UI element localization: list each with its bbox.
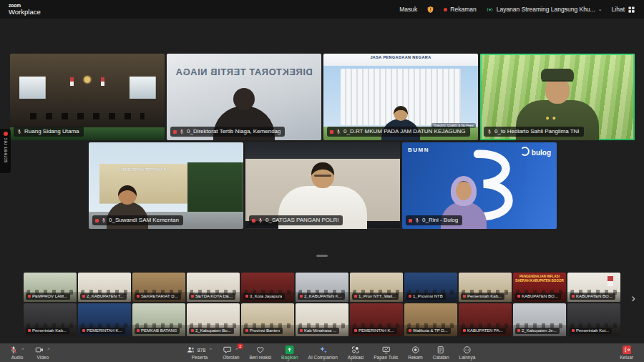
participant-label: PEMPROV LAM...	[26, 293, 70, 300]
participant-name: Provinsi Banten	[250, 328, 280, 333]
participant-label: KABUPATEN BO...	[570, 293, 615, 300]
participant-name: 0_Rini - Bulog	[422, 217, 458, 224]
video-tile-kabupaten-bo[interactable]: PENGENDALIAN INFLASI DAERAH KABUPATEN BO…	[513, 273, 566, 302]
video-tile-kabupaten-pa[interactable]: KABUPATEN PA...	[459, 303, 512, 336]
video-tile-pemerintah-k[interactable]: PEMERINTAH K...	[350, 303, 403, 336]
wall-text: DIREKTORAT TERTIB NIAGA	[170, 67, 318, 77]
control-bar: ⌃Audio⌃Video 878⌃Peserta2⌃ObrolanBeri re…	[0, 343, 644, 362]
video-tile-0-suwandi-sam-kementan[interactable]: KEMENTERIAN PERTANIAN R.I0_Suwandi SAM K…	[89, 142, 243, 229]
bulog-logo: bulog	[520, 147, 551, 157]
participant-name: Pemerintah Kot...	[576, 328, 609, 333]
video-tile-pemerintah-kab[interactable]: Pemerintah Kab...	[459, 273, 512, 302]
video-tile-walikota-tp-d[interactable]: Walikota & TP D...	[404, 303, 457, 336]
bumn-logo: BUMN	[408, 147, 429, 153]
record-icon	[95, 219, 99, 222]
notes-icon	[436, 346, 445, 354]
mic-muted-icon	[258, 217, 263, 223]
mic-muted-icon	[101, 217, 107, 223]
stream-icon	[486, 6, 494, 14]
control-label: Rekam	[408, 356, 423, 361]
video-tile-3-kota-jayapura[interactable]: 3_Kota Jayapura	[241, 273, 294, 302]
video-button[interactable]: ⌃Video	[30, 343, 56, 362]
video-tile-2-kabupaten-je[interactable]: 2_Kabupaten Je...	[513, 303, 566, 336]
video-tile-provinsi-banten[interactable]: Provinsi Banten	[241, 303, 294, 336]
participant-name: Ruang Sidang Utama	[24, 128, 79, 135]
papan-tulis-button[interactable]: Papan Tulis	[369, 343, 403, 362]
video-tile-2-kabupaten-k[interactable]: 2_KABUPATEN K...	[296, 273, 348, 302]
record-icon	[463, 295, 466, 298]
participant-label: KABUPATEN PA...	[461, 328, 506, 334]
keluar-button[interactable]: Keluar	[615, 343, 638, 362]
video-tile-1-prov-ntt-wali[interactable]: 1_Prov NTT_Wali...	[350, 273, 403, 302]
obrolan-button[interactable]: 2⌃Obrolan	[218, 343, 244, 362]
control-label: Beri reaksi	[249, 356, 271, 361]
mic-muted-icon	[9, 346, 18, 354]
gallery-divider-handle[interactable]	[316, 255, 328, 257]
participant-name: 2_KABUPATEN K...	[304, 294, 342, 299]
rekam-button[interactable]: Rekam	[403, 343, 428, 362]
mic-muted-icon	[179, 129, 185, 134]
video-tile-kab-minahasa[interactable]: Kab Minahasa ...	[296, 303, 348, 336]
participant-name: PEMPROV LAM...	[32, 294, 67, 299]
audio-button[interactable]: ⌃Audio	[4, 343, 30, 362]
aplikasi-button[interactable]: Aplikasi	[343, 343, 369, 362]
video-tile-setda-kota-de[interactable]: SETDA KOTA DE...	[187, 273, 240, 302]
video-tile-0-d-rt-mkum-pada-jam-datun-kejagung[interactable]: JASA PENGADAAN NEGARA"Integrity, Quality…	[323, 54, 478, 140]
record-icon	[173, 130, 177, 134]
tile-banner-text: PENGENDALIAN INFLASI DAERAH KABUPATEN BO…	[514, 275, 565, 283]
participant-label: Ruang Sidang Utama	[14, 127, 84, 137]
mic-muted-icon	[16, 129, 22, 134]
video-tile-0-direktorat-tertib-niaga-kemendag[interactable]: DIREKTORAT TERTIB NIAGA0_Direktorat Tert…	[167, 54, 321, 140]
icon-row	[623, 346, 631, 355]
view-button[interactable]: Lihat	[612, 6, 635, 14]
participant-name: 1_Prov NTT_Wali...	[358, 294, 396, 299]
ai-companion-button[interactable]: AI Companion	[303, 343, 343, 362]
participant-label: 0_D.RT MKUM PADA JAM DATUN KEJAGUNG	[327, 127, 470, 137]
peserta-button[interactable]: 878⌃Peserta	[182, 343, 218, 362]
chevron-up-icon: ⌃	[21, 348, 25, 353]
unread-badge: 2	[238, 343, 243, 349]
video-tile-pemerintah-kot[interactable]: Pemerintah Kot...	[567, 303, 620, 336]
video-tile-0-to-hediarto-sahli-panglima-tni[interactable]: 0_to Hediarto Sahli Panglima TNI	[480, 54, 635, 140]
control-label: Video	[37, 356, 49, 361]
video-tile-2-kabupaten-t[interactable]: 2_KABUPATEN T...	[78, 273, 131, 302]
participant-name: Pemerintah Kab...	[32, 328, 67, 333]
record-icon	[517, 295, 520, 298]
icon-row	[411, 346, 419, 355]
participant-name: 0_SATGAS PANGAN POLRI	[265, 217, 338, 224]
screen-recorder-watermark: screen rec	[0, 129, 11, 173]
icon-row: ⌃	[35, 346, 51, 355]
lainnya-button[interactable]: Lainnya	[454, 343, 481, 362]
participant-label: Pemerintah Kab...	[26, 328, 69, 334]
bagikan-button[interactable]: Bagikan	[276, 343, 303, 362]
video-tile-0-satgas-pangan-polri[interactable]: 0_SATGAS PANGAN POLRI	[245, 142, 400, 229]
participant-name: PEMKAB BATANG	[141, 328, 177, 333]
video-tile-kabupaten-bo[interactable]: KABUPATEN BO...	[567, 273, 620, 302]
video-tile-2-kabupaten-bo[interactable]: 2_Kabupaten Bo...	[187, 303, 240, 336]
participant-count: 878	[197, 348, 206, 353]
video-tile-pemprov-lam[interactable]: PEMPROV LAM...	[24, 273, 77, 302]
video-tile-sekretariat-d[interactable]: SEKRETARIAT D...	[132, 273, 185, 302]
control-group-right: Keluar	[615, 343, 638, 362]
record-icon	[82, 329, 85, 332]
record-icon	[28, 295, 31, 298]
video-tile-0-rini-bulog[interactable]: BUMNbulog0_Rini - Bulog	[402, 142, 557, 229]
video-tile-ruang-sidang-utama[interactable]: Ruang Sidang Utama	[10, 54, 165, 140]
video-tile-1-provinsi-ntb[interactable]: 1_Provinsi NTB	[404, 273, 457, 302]
live-stream-menu[interactable]: Layanan Streaming Langsung Khu... ⌄	[486, 6, 602, 14]
video-tile-pemkab-batang[interactable]: PEMKAB BATANG	[132, 303, 185, 336]
video-tile-pemerintah-k[interactable]: PEMERINTAH K...	[78, 303, 131, 336]
catatan-button[interactable]: Catatan	[428, 343, 454, 362]
masuk-button[interactable]: Masuk	[399, 6, 417, 13]
beri-reaksi-button[interactable]: Beri reaksi	[244, 343, 276, 362]
control-label: Papan Tulis	[374, 356, 398, 361]
next-page-button[interactable]: ›	[627, 288, 640, 309]
participant-name: SETDA KOTA DE...	[195, 294, 233, 299]
record-icon	[354, 329, 357, 332]
video-tile-pemerintah-kab[interactable]: Pemerintah Kab...	[24, 303, 77, 336]
participant-label: 1_Provinsi NTB	[406, 293, 446, 300]
icon-row: ⌃	[9, 346, 25, 355]
zoom-workplace-logo: zoom Workplace	[9, 4, 41, 16]
shield-warning-icon[interactable]	[426, 6, 434, 14]
control-label: Bagikan	[281, 356, 298, 361]
